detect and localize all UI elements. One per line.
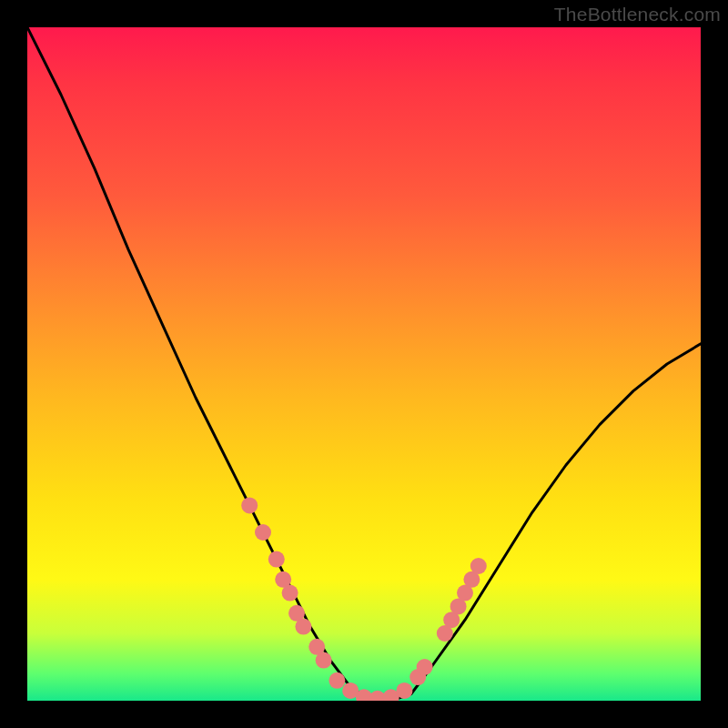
plot-area [27, 27, 701, 701]
data-point-marker [255, 524, 271, 541]
curve-path [27, 27, 701, 701]
data-point-marker [295, 619, 311, 635]
data-point-marker [417, 659, 433, 675]
data-point-marker [282, 585, 298, 602]
data-point-marker [241, 497, 258, 513]
bottleneck-curve-svg [27, 27, 701, 701]
data-point-marker [329, 672, 345, 689]
data-point-marker [316, 652, 332, 669]
data-point-marker [268, 551, 285, 568]
data-point-marker [470, 558, 487, 574]
data-point-marker [396, 682, 412, 699]
attribution-label: TheBottleneck.com [554, 4, 721, 25]
chart-frame: TheBottleneck.com [0, 0, 728, 728]
